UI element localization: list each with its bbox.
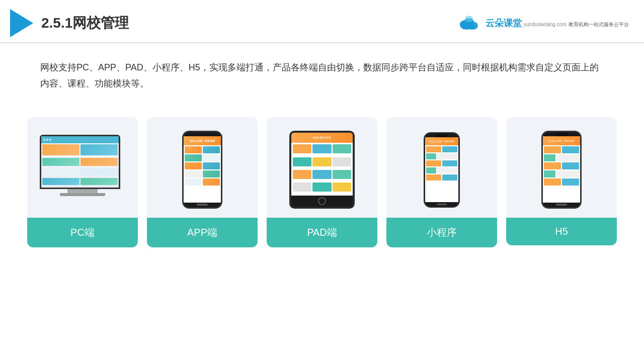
- miniapp-card-label: 小程序: [386, 218, 497, 247]
- cloud-logo-icon: [456, 14, 481, 32]
- h5-card-label: H5: [506, 218, 617, 245]
- svg-point-5: [464, 16, 472, 22]
- h5-card: 职达人的第一堂机构课: [506, 117, 617, 245]
- h5-phone-illustration: 职达人的第一堂机构课: [541, 131, 582, 209]
- header-left: 2.5.1网校管理: [10, 9, 129, 37]
- miniapp-image-area: 职达人的第一堂机构课: [386, 117, 497, 218]
- pad-card: 网校课程管理: [267, 117, 377, 247]
- pad-ipad-illustration: 网校课程管理: [289, 131, 355, 209]
- svg-rect-4: [462, 25, 475, 29]
- pc-image-area: [27, 117, 138, 218]
- brand-slogan: 教育机构一站式服务云平台: [569, 22, 629, 27]
- header: 2.5.1网校管理 云朵课堂 yunduoketang.com 教育机构一站式服…: [0, 0, 644, 43]
- logo-triangle-icon: [10, 9, 33, 37]
- pc-device-illustration: [40, 135, 125, 205]
- app-card-label: APP端: [147, 218, 258, 247]
- pad-card-label: PAD端: [267, 218, 377, 247]
- pc-card-label: PC端: [27, 218, 138, 247]
- pad-image-area: 网校课程管理: [267, 117, 377, 218]
- pc-card: PC端: [27, 117, 138, 247]
- app-phone-illustration: 职达人的第一堂机构课: [182, 131, 222, 209]
- app-card: 职达人的第一堂机构课: [147, 117, 258, 247]
- brand-url: yunduoketang.com: [524, 22, 567, 27]
- description-text: 网校支持PC、APP、PAD、小程序、H5，实现多端打通，产品各终端自由切换，数…: [0, 43, 644, 102]
- brand-name: 云朵课堂: [486, 18, 522, 28]
- page-title: 2.5.1网校管理: [41, 14, 129, 33]
- cards-container: PC端 职达人的第一堂机构课: [0, 107, 644, 257]
- brand-text-block: 云朵课堂 yunduoketang.com 教育机构一站式服务云平台: [486, 17, 629, 29]
- app-image-area: 职达人的第一堂机构课: [147, 117, 258, 218]
- miniapp-phone-illustration: 职达人的第一堂机构课: [424, 132, 460, 208]
- header-right: 云朵课堂 yunduoketang.com 教育机构一站式服务云平台: [456, 14, 629, 32]
- h5-image-area: 职达人的第一堂机构课: [506, 117, 617, 218]
- miniapp-card: 职达人的第一堂机构课: [386, 117, 497, 247]
- brand-logo: 云朵课堂 yunduoketang.com 教育机构一站式服务云平台: [456, 14, 629, 32]
